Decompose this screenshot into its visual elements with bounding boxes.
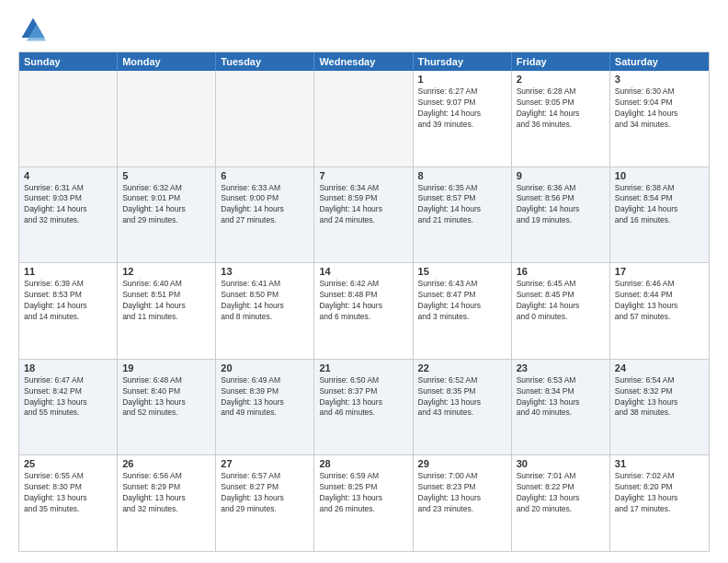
calendar-cell: 29Sunrise: 7:00 AMSunset: 8:23 PMDayligh… — [414, 455, 512, 551]
calendar-cell: 14Sunrise: 6:42 AMSunset: 8:48 PMDayligh… — [314, 263, 413, 359]
header-cell-sunday: Sunday — [19, 52, 118, 71]
day-number: 20 — [221, 362, 309, 373]
calendar-body: 1Sunrise: 6:27 AMSunset: 9:07 PMDaylight… — [19, 71, 709, 551]
calendar-cell: 5Sunrise: 6:32 AMSunset: 9:01 PMDaylight… — [118, 167, 216, 263]
calendar-cell: 21Sunrise: 6:50 AMSunset: 8:37 PMDayligh… — [314, 360, 413, 455]
day-info: Sunrise: 6:34 AMSunset: 8:59 PMDaylight:… — [319, 183, 407, 227]
day-number: 2 — [517, 74, 605, 85]
calendar-row: 18Sunrise: 6:47 AMSunset: 8:42 PMDayligh… — [19, 359, 709, 455]
calendar-cell: 25Sunrise: 6:55 AMSunset: 8:30 PMDayligh… — [19, 455, 118, 551]
day-number: 26 — [122, 458, 210, 469]
calendar-cell: 27Sunrise: 6:57 AMSunset: 8:27 PMDayligh… — [216, 455, 314, 551]
day-info: Sunrise: 6:39 AMSunset: 8:53 PMDaylight:… — [24, 279, 112, 323]
day-number: 9 — [517, 170, 605, 181]
day-info: Sunrise: 6:46 AMSunset: 8:44 PMDaylight:… — [615, 279, 704, 323]
calendar-cell: 7Sunrise: 6:34 AMSunset: 8:59 PMDaylight… — [314, 167, 413, 263]
day-info: Sunrise: 6:59 AMSunset: 8:25 PMDaylight:… — [319, 471, 407, 515]
calendar-cell: 28Sunrise: 6:59 AMSunset: 8:25 PMDayligh… — [314, 455, 413, 551]
day-info: Sunrise: 6:31 AMSunset: 9:03 PMDaylight:… — [24, 183, 112, 227]
calendar-cell: 23Sunrise: 6:53 AMSunset: 8:34 PMDayligh… — [512, 360, 610, 455]
calendar-header: SundayMondayTuesdayWednesdayThursdayFrid… — [19, 52, 709, 71]
calendar-cell: 3Sunrise: 6:30 AMSunset: 9:04 PMDaylight… — [610, 71, 709, 167]
day-number: 10 — [615, 170, 704, 181]
calendar-cell: 24Sunrise: 6:54 AMSunset: 8:32 PMDayligh… — [610, 360, 709, 455]
page: SundayMondayTuesdayWednesdayThursdayFrid… — [0, 0, 728, 563]
day-info: Sunrise: 6:53 AMSunset: 8:34 PMDaylight:… — [517, 375, 605, 419]
day-number: 27 — [221, 458, 309, 469]
header-cell-tuesday: Tuesday — [216, 52, 314, 71]
day-info: Sunrise: 6:35 AMSunset: 8:57 PMDaylight:… — [418, 183, 506, 227]
calendar-cell — [216, 71, 314, 167]
day-number: 7 — [319, 170, 407, 181]
day-number: 12 — [122, 266, 210, 277]
calendar-cell: 12Sunrise: 6:40 AMSunset: 8:51 PMDayligh… — [118, 263, 216, 359]
day-info: Sunrise: 6:43 AMSunset: 8:47 PMDaylight:… — [418, 279, 506, 323]
calendar-cell: 18Sunrise: 6:47 AMSunset: 8:42 PMDayligh… — [19, 360, 118, 455]
day-number: 17 — [615, 266, 704, 277]
day-number: 13 — [221, 266, 309, 277]
day-number: 16 — [517, 266, 605, 277]
day-info: Sunrise: 6:56 AMSunset: 8:29 PMDaylight:… — [122, 471, 210, 515]
day-number: 1 — [418, 74, 506, 85]
calendar-cell — [19, 71, 118, 167]
day-info: Sunrise: 6:47 AMSunset: 8:42 PMDaylight:… — [24, 375, 112, 419]
calendar: SundayMondayTuesdayWednesdayThursdayFrid… — [18, 52, 710, 552]
day-info: Sunrise: 6:42 AMSunset: 8:48 PMDaylight:… — [319, 279, 407, 323]
day-number: 6 — [221, 170, 309, 181]
day-info: Sunrise: 6:54 AMSunset: 8:32 PMDaylight:… — [615, 375, 704, 419]
calendar-cell: 4Sunrise: 6:31 AMSunset: 9:03 PMDaylight… — [19, 167, 118, 263]
calendar-cell — [314, 71, 413, 167]
day-info: Sunrise: 6:40 AMSunset: 8:51 PMDaylight:… — [122, 279, 210, 323]
day-info: Sunrise: 6:55 AMSunset: 8:30 PMDaylight:… — [24, 471, 112, 515]
day-number: 31 — [615, 458, 704, 469]
calendar-cell: 31Sunrise: 7:02 AMSunset: 8:20 PMDayligh… — [610, 455, 709, 551]
day-info: Sunrise: 6:32 AMSunset: 9:01 PMDaylight:… — [122, 183, 210, 227]
day-number: 23 — [517, 362, 605, 373]
day-info: Sunrise: 6:50 AMSunset: 8:37 PMDaylight:… — [319, 375, 407, 419]
day-info: Sunrise: 6:57 AMSunset: 8:27 PMDaylight:… — [221, 471, 309, 515]
logo-icon — [18, 15, 48, 44]
day-number: 25 — [24, 458, 112, 469]
calendar-cell: 10Sunrise: 6:38 AMSunset: 8:54 PMDayligh… — [610, 167, 709, 263]
day-info: Sunrise: 6:36 AMSunset: 8:56 PMDaylight:… — [517, 183, 605, 227]
day-number: 30 — [517, 458, 605, 469]
day-number: 22 — [418, 362, 506, 373]
day-info: Sunrise: 7:02 AMSunset: 8:20 PMDaylight:… — [615, 471, 704, 515]
day-number: 4 — [24, 170, 112, 181]
calendar-row: 25Sunrise: 6:55 AMSunset: 8:30 PMDayligh… — [19, 454, 709, 551]
day-info: Sunrise: 7:00 AMSunset: 8:23 PMDaylight:… — [418, 471, 506, 515]
day-info: Sunrise: 6:41 AMSunset: 8:50 PMDaylight:… — [221, 279, 309, 323]
calendar-cell: 26Sunrise: 6:56 AMSunset: 8:29 PMDayligh… — [118, 455, 216, 551]
day-info: Sunrise: 6:30 AMSunset: 9:04 PMDaylight:… — [615, 86, 704, 131]
day-info: Sunrise: 7:01 AMSunset: 8:22 PMDaylight:… — [517, 471, 605, 515]
calendar-cell: 8Sunrise: 6:35 AMSunset: 8:57 PMDaylight… — [414, 167, 512, 263]
day-info: Sunrise: 6:49 AMSunset: 8:39 PMDaylight:… — [221, 375, 309, 419]
calendar-cell: 9Sunrise: 6:36 AMSunset: 8:56 PMDaylight… — [512, 167, 610, 263]
calendar-cell: 22Sunrise: 6:52 AMSunset: 8:35 PMDayligh… — [414, 360, 512, 455]
header-cell-monday: Monday — [118, 52, 216, 71]
header — [18, 15, 710, 44]
calendar-cell: 13Sunrise: 6:41 AMSunset: 8:50 PMDayligh… — [216, 263, 314, 359]
day-number: 24 — [615, 362, 704, 373]
calendar-cell: 16Sunrise: 6:45 AMSunset: 8:45 PMDayligh… — [512, 263, 610, 359]
day-info: Sunrise: 6:38 AMSunset: 8:54 PMDaylight:… — [615, 183, 704, 227]
calendar-cell: 11Sunrise: 6:39 AMSunset: 8:53 PMDayligh… — [19, 263, 118, 359]
day-info: Sunrise: 6:28 AMSunset: 9:05 PMDaylight:… — [517, 86, 605, 131]
day-number: 15 — [418, 266, 506, 277]
day-info: Sunrise: 6:33 AMSunset: 9:00 PMDaylight:… — [221, 183, 309, 227]
calendar-cell: 1Sunrise: 6:27 AMSunset: 9:07 PMDaylight… — [414, 71, 512, 167]
header-cell-wednesday: Wednesday — [314, 52, 413, 71]
day-info: Sunrise: 6:48 AMSunset: 8:40 PMDaylight:… — [122, 375, 210, 419]
day-number: 21 — [319, 362, 407, 373]
calendar-cell: 15Sunrise: 6:43 AMSunset: 8:47 PMDayligh… — [414, 263, 512, 359]
day-number: 3 — [615, 74, 704, 85]
calendar-row: 4Sunrise: 6:31 AMSunset: 9:03 PMDaylight… — [19, 167, 709, 263]
calendar-cell: 6Sunrise: 6:33 AMSunset: 9:00 PMDaylight… — [216, 167, 314, 263]
day-number: 18 — [24, 362, 112, 373]
calendar-row: 1Sunrise: 6:27 AMSunset: 9:07 PMDaylight… — [19, 71, 709, 167]
day-number: 5 — [122, 170, 210, 181]
day-info: Sunrise: 6:52 AMSunset: 8:35 PMDaylight:… — [418, 375, 506, 419]
calendar-cell: 2Sunrise: 6:28 AMSunset: 9:05 PMDaylight… — [512, 71, 610, 167]
calendar-row: 11Sunrise: 6:39 AMSunset: 8:53 PMDayligh… — [19, 262, 709, 359]
calendar-cell: 30Sunrise: 7:01 AMSunset: 8:22 PMDayligh… — [512, 455, 610, 551]
